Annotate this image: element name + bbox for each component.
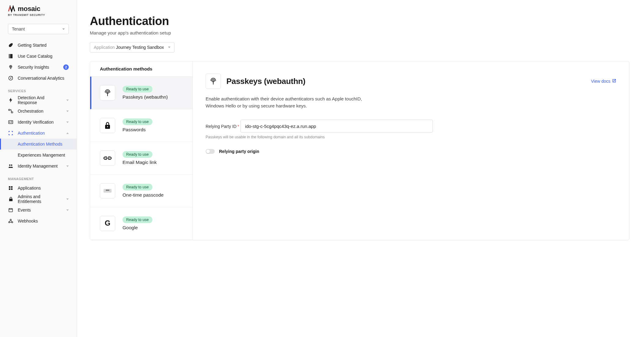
svg-point-12 (9, 165, 11, 166)
sidebar-item-admins[interactable]: Admins and Entitlements (0, 194, 77, 205)
main-content: Authentication Manage your app's authent… (77, 0, 644, 337)
sidebar-subitem-experiences[interactable]: Experiences Mangement (0, 150, 77, 161)
lock-icon (100, 118, 115, 133)
tenant-select-label: Tenant (12, 27, 25, 31)
sidebar-item-label: Conversational Analytics (18, 76, 69, 81)
svg-rect-19 (9, 208, 13, 212)
svg-rect-15 (11, 186, 13, 188)
link-icon (100, 150, 115, 166)
svg-rect-6 (9, 109, 10, 111)
relying-party-id-input[interactable] (240, 120, 433, 132)
relying-party-id-label: Relying Party ID* (206, 124, 239, 129)
svg-rect-1 (10, 54, 10, 58)
method-list-header: Authentication methods (90, 61, 192, 77)
view-docs-label: View docs (591, 79, 610, 84)
relying-party-origin-row: Relying party origin (206, 149, 616, 154)
apps-icon (8, 185, 13, 191)
section-label-services: SERVICES (0, 84, 77, 95)
nav-management-section: Applications Admins and Entitlements Eve… (0, 183, 77, 226)
svg-rect-17 (11, 188, 13, 190)
sidebar-item-security-insights[interactable]: Security Insights 2 (0, 62, 77, 73)
svg-rect-18 (9, 199, 13, 201)
method-item-email-magic-link[interactable]: Ready to use Email Magic link (90, 142, 192, 175)
method-detail-panel: Passkeys (webauthn) View docs Enable aut… (193, 61, 629, 240)
users-icon (8, 163, 13, 169)
method-list-column: Authentication methods Ready to use Pass… (90, 61, 193, 240)
sidebar-subitem-label: Experiences Mangement (18, 153, 65, 158)
sidebar-item-label: Identity Management (18, 164, 62, 168)
bulb-icon (8, 64, 13, 70)
svg-point-5 (10, 78, 11, 79)
svg-point-9 (9, 121, 10, 123)
brand-logo-icon (8, 5, 15, 13)
svg-text:***: *** (106, 189, 109, 193)
sidebar-item-conversational-analytics[interactable]: Conversational Analytics (0, 73, 77, 84)
chevron-down-icon (66, 209, 69, 211)
fingerprint-icon (206, 74, 221, 89)
otp-icon: *** (100, 183, 115, 198)
chevron-down-icon (66, 121, 69, 123)
brand-tagline: BY TRANSMIT SECURITY (8, 13, 69, 16)
view-docs-link[interactable]: View docs (591, 79, 616, 84)
svg-point-27 (107, 126, 108, 127)
webhook-icon (8, 218, 13, 224)
svg-rect-14 (9, 186, 10, 188)
sidebar-item-identity-management[interactable]: Identity Management (0, 161, 77, 172)
svg-point-13 (11, 165, 13, 166)
sidebar-item-label: Orchestration (18, 109, 62, 114)
method-name: Passwords (123, 127, 152, 132)
application-select-value: Journey Testing Sandbox (116, 45, 164, 50)
method-item-passwords[interactable]: Ready to use Passwords (90, 109, 192, 142)
calendar-icon (8, 207, 13, 213)
sidebar-item-getting-started[interactable]: Getting Started (0, 40, 77, 51)
fingerprint-icon (100, 85, 115, 100)
toggle-knob (206, 150, 210, 153)
lock-icon (8, 196, 13, 202)
method-item-otp[interactable]: *** Ready to use One-time passcode (90, 175, 192, 207)
sidebar-item-label: Getting Started (18, 43, 69, 48)
sidebar-subitem-auth-methods[interactable]: Authentication Methods (0, 139, 77, 150)
tenant-select[interactable]: Tenant (8, 24, 69, 34)
chevron-down-icon (66, 198, 69, 200)
svg-rect-7 (11, 112, 13, 113)
sidebar-item-label: Security Insights (18, 65, 59, 70)
brand-name: mosaic (18, 5, 40, 13)
sidebar-item-label: Identity Verification (18, 120, 62, 125)
method-name: Google (123, 225, 152, 230)
application-select[interactable]: Application Journey Testing Sandbox (90, 42, 174, 53)
svg-rect-16 (9, 188, 10, 190)
sidebar-item-webhooks[interactable]: Webhooks (0, 216, 77, 226)
sidebar-item-identity-verification[interactable]: Identity Verification (0, 117, 77, 128)
svg-text:G: G (105, 219, 111, 227)
sidebar-item-applications[interactable]: Applications (0, 183, 77, 194)
method-name: One-time passcode (123, 192, 163, 198)
nav-top-section: Getting Started Use Case Catalog Securit… (0, 40, 77, 84)
sidebar: mosaic BY TRANSMIT SECURITY Tenant Getti… (0, 0, 77, 337)
sidebar-item-use-case-catalog[interactable]: Use Case Catalog (0, 51, 77, 62)
relying-party-origin-toggle[interactable] (206, 149, 215, 154)
sidebar-item-label: Webhooks (18, 219, 69, 223)
method-item-passkeys[interactable]: Ready to use Passkeys (webauthn) (90, 77, 192, 109)
target-icon (8, 75, 13, 81)
relying-party-origin-label: Relying party origin (219, 149, 259, 154)
sidebar-item-label: Events (18, 208, 62, 212)
method-name: Email Magic link (123, 160, 157, 165)
sidebar-item-orchestration[interactable]: Orchestration (0, 106, 77, 117)
chevron-down-icon (66, 100, 69, 101)
id-icon (8, 119, 13, 125)
chevron-down-icon (168, 47, 170, 48)
status-pill: Ready to use (123, 118, 152, 125)
sidebar-item-authentication[interactable]: Authentication (0, 128, 77, 139)
sidebar-item-label: Applications (18, 186, 69, 190)
chevron-up-icon (66, 132, 69, 134)
rocket-icon (8, 42, 13, 48)
svg-rect-8 (9, 121, 13, 124)
method-item-google[interactable]: G Ready to use Google (90, 207, 192, 240)
sidebar-item-detection[interactable]: Detection And Response (0, 95, 77, 106)
detail-title: Passkeys (webauthn) (226, 77, 306, 86)
auth-content: Authentication methods Ready to use Pass… (90, 61, 629, 240)
security-insights-badge: 2 (63, 64, 69, 70)
status-pill: Ready to use (123, 216, 152, 223)
sidebar-item-events[interactable]: Events (0, 205, 77, 216)
external-link-icon (612, 79, 616, 84)
